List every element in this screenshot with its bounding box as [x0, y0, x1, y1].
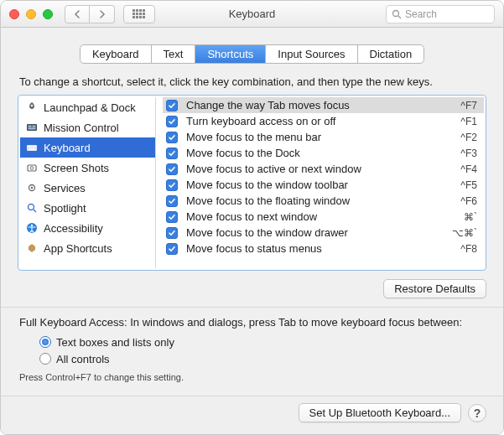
category-label: Mission Control: [44, 122, 119, 134]
tab-shortcuts[interactable]: Shortcuts: [195, 45, 266, 63]
search-placeholder: Search: [405, 8, 437, 20]
shortcut-key[interactable]: ^F2: [460, 132, 477, 143]
search-field[interactable]: Search: [386, 5, 495, 23]
mission-icon: [25, 121, 39, 134]
fka-option[interactable]: Text boxes and lists only: [39, 334, 485, 350]
chevron-left-icon: [74, 10, 81, 18]
svg-rect-15: [27, 124, 37, 131]
shortcut-label: Move focus to the window toolbar: [186, 179, 452, 191]
tab-text[interactable]: Text: [152, 45, 196, 63]
shortcut-row[interactable]: Move focus to the window toolbar^F5: [163, 177, 484, 193]
shortcut-row[interactable]: Move focus to the floating window^F6: [163, 193, 484, 209]
shortcut-key[interactable]: ^F6: [460, 195, 477, 207]
traffic-lights: [9, 9, 53, 19]
shortcut-row[interactable]: Turn keyboard access on or off^F1: [163, 113, 484, 129]
shortcut-row[interactable]: Move focus to the window drawer⌥⌘`: [163, 225, 484, 241]
shortcut-checkbox[interactable]: [166, 100, 178, 111]
shortcut-checkbox[interactable]: [166, 243, 178, 255]
shortcut-row[interactable]: Move focus to next window⌘`: [163, 209, 484, 225]
svg-rect-1: [136, 9, 138, 12]
shortcut-key[interactable]: ^F5: [460, 179, 477, 191]
svg-line-13: [398, 16, 401, 18]
svg-rect-24: [34, 146, 34, 147]
shortcut-checkbox[interactable]: [166, 163, 178, 175]
fka-title: Full Keyboard Access: In windows and dia…: [19, 316, 485, 329]
shortcut-key[interactable]: ^F3: [460, 148, 477, 159]
titlebar: Keyboard Search: [1, 1, 503, 28]
radio-button[interactable]: [39, 353, 51, 365]
fka-option[interactable]: All controls: [39, 350, 485, 367]
minimize-window-button[interactable]: [26, 9, 36, 19]
restore-defaults-button[interactable]: Restore Defaults: [383, 279, 486, 298]
close-window-button[interactable]: [9, 9, 19, 19]
shortcut-checkbox[interactable]: [166, 116, 178, 127]
show-all-button[interactable]: [123, 5, 155, 23]
shortcut-label: Move focus to active or next window: [186, 163, 452, 175]
svg-rect-21: [29, 146, 30, 147]
help-button[interactable]: ?: [468, 404, 486, 422]
shortcut-checkbox[interactable]: [166, 195, 178, 207]
svg-rect-20: [28, 146, 29, 147]
category-screen-shots[interactable]: Screen Shots: [20, 158, 155, 178]
category-keyboard[interactable]: Keyboard: [20, 137, 155, 158]
spotlight-icon: [25, 201, 39, 215]
shortcut-row[interactable]: Move focus to the menu bar^F2: [163, 129, 484, 145]
tab-keyboard[interactable]: Keyboard: [81, 45, 152, 63]
shortcut-checkbox[interactable]: [166, 132, 178, 143]
shortcut-label: Turn keyboard access on or off: [186, 115, 452, 127]
svg-rect-10: [139, 16, 142, 18]
shortcut-checkbox[interactable]: [166, 179, 178, 191]
nav-buttons: [65, 5, 115, 23]
shortcut-row[interactable]: Move focus to active or next window^F4: [163, 161, 484, 177]
category-services[interactable]: Services: [20, 178, 155, 198]
shortcut-checkbox[interactable]: [166, 211, 178, 223]
shortcut-label: Move focus to the Dock: [186, 147, 452, 159]
svg-point-28: [30, 167, 34, 170]
shortcut-label: Move focus to the menu bar: [186, 131, 452, 143]
svg-rect-2: [139, 9, 142, 12]
setup-bluetooth-button[interactable]: Set Up Bluetooth Keyboard...: [299, 403, 461, 422]
grid-icon: [132, 9, 146, 19]
svg-rect-0: [132, 9, 135, 12]
back-button[interactable]: [65, 5, 90, 23]
full-keyboard-access: Full Keyboard Access: In windows and dia…: [18, 308, 486, 386]
category-mission-control[interactable]: Mission Control: [20, 117, 155, 137]
shortcut-row[interactable]: Change the way Tab moves focus^F7: [163, 97, 484, 113]
shortcut-key[interactable]: ^F7: [460, 100, 477, 111]
footer: Set Up Bluetooth Keyboard... ?: [1, 396, 503, 434]
shortcut-label: Move focus to status menus: [186, 242, 452, 255]
category-list[interactable]: Launchpad & DockMission ControlKeyboardS…: [20, 97, 156, 268]
rocket-icon: [25, 101, 39, 114]
svg-rect-25: [35, 146, 36, 147]
shortcut-list[interactable]: Change the way Tab moves focus^F7Turn ke…: [163, 97, 484, 268]
svg-line-32: [34, 210, 36, 212]
shortcut-checkbox[interactable]: [166, 148, 178, 159]
shortcut-key[interactable]: ^F8: [460, 243, 477, 255]
category-label: Services: [44, 182, 86, 194]
tab-dictation[interactable]: Dictation: [358, 45, 424, 63]
forward-button[interactable]: [90, 5, 115, 23]
zoom-window-button[interactable]: [43, 9, 53, 19]
category-launchpad-dock[interactable]: Launchpad & Dock: [20, 97, 155, 117]
shortcut-key[interactable]: ⌥⌘`: [452, 227, 477, 239]
shortcut-checkbox[interactable]: [166, 227, 178, 239]
shortcut-label: Move focus to the floating window: [186, 194, 452, 207]
shortcut-key[interactable]: ^F4: [460, 163, 477, 175]
prefs-window: Keyboard Search KeyboardTextShortcutsInp…: [0, 0, 504, 435]
category-accessibility[interactable]: Accessibility: [20, 218, 155, 238]
shortcut-row[interactable]: Move focus to the Dock^F3: [163, 145, 484, 161]
shortcut-row[interactable]: Move focus to status menus^F8: [163, 241, 484, 256]
svg-rect-3: [143, 9, 145, 12]
shortcuts-panes: Launchpad & DockMission ControlKeyboardS…: [18, 95, 486, 271]
category-label: Screen Shots: [44, 162, 109, 174]
shortcut-key[interactable]: ⌘`: [464, 211, 477, 223]
tab-input-sources[interactable]: Input Sources: [266, 45, 357, 63]
category-spotlight[interactable]: Spotlight: [20, 198, 155, 218]
radio-button[interactable]: [39, 336, 51, 348]
category-app-shortcuts[interactable]: App Shortcuts: [20, 238, 155, 258]
svg-rect-5: [136, 13, 138, 15]
radio-label: Text boxes and lists only: [56, 336, 174, 349]
shortcut-key[interactable]: ^F1: [460, 116, 477, 127]
content-area: To change a shortcut, select it, click t…: [1, 74, 503, 396]
svg-rect-16: [29, 126, 32, 127]
